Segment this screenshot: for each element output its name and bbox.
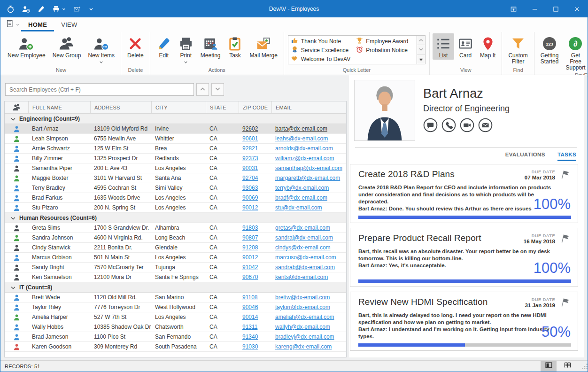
zip-link[interactable]: 90670 [242, 274, 258, 280]
email-link[interactable]: barta@dx-email.com [275, 125, 327, 132]
minimize-button[interactable] [524, 0, 545, 17]
zip-link[interactable]: 93063 [242, 185, 258, 191]
gallery-up-button[interactable] [417, 36, 425, 45]
zip-link[interactable]: 90031 [242, 165, 258, 171]
zip-link[interactable]: 91108 [242, 294, 257, 301]
video-button[interactable] [460, 118, 474, 134]
zip-link[interactable]: 91042 [242, 264, 258, 271]
panel-view-button[interactable] [541, 361, 557, 372]
table-row[interactable]: Terry Bradley4595 Cochran StSimi ValleyC… [5, 183, 346, 193]
group-row-human-resources-count-6-[interactable]: Human Resources (Count=6) [5, 213, 346, 223]
email-link[interactable]: marcuso@dx-email.com [275, 254, 336, 261]
zip-link[interactable]: 90012 [242, 254, 258, 261]
zip-link[interactable]: 90012 [242, 204, 258, 211]
get-free-support-button[interactable]: ∂Get Free Support [562, 33, 588, 72]
task-card[interactable]: Review New HDMI SpecificationDUE DATE31 … [350, 292, 578, 351]
chat-button[interactable] [423, 118, 438, 134]
table-row[interactable]: Arnie Schwartz125 W Elm StBreaCA92821arn… [5, 144, 346, 154]
email-link[interactable]: wallyh@dx-email.com [275, 324, 330, 330]
gallery-item-employee-award[interactable]: Employee Award [356, 37, 413, 46]
table-row[interactable]: Stu Pizaro200 N. Spring StLos AngelesCA9… [5, 203, 346, 213]
meeting-button[interactable]: Meeting [197, 33, 224, 60]
quick-print-icon[interactable] [52, 5, 66, 13]
new-group-button[interactable]: New Group [49, 33, 85, 60]
popup-button[interactable] [503, 0, 524, 17]
column-header-state[interactable]: STATE [206, 101, 239, 113]
gallery-item-service-excellence[interactable]: Service Excellence [291, 46, 355, 54]
email-link[interactable]: sandrab@dx-email.com [275, 264, 335, 271]
maximize-button[interactable] [545, 0, 566, 17]
email-link[interactable]: leahs@dx-email.com [275, 135, 328, 142]
tab-view[interactable]: VIEW [54, 17, 84, 31]
search-next-button[interactable] [211, 83, 224, 96]
email-link[interactable]: kents@dx-email.com [275, 274, 328, 280]
email-link[interactable]: samanthap@dx-email.com [275, 165, 342, 171]
table-row[interactable]: Cindy Stanwick2211 Bonita Dr.GlendaleCA9… [5, 243, 346, 253]
map-it-button[interactable]: Map It [477, 33, 499, 60]
gallery-down-button[interactable] [417, 45, 425, 54]
search-prev-button[interactable] [196, 83, 209, 96]
email-link[interactable]: cindys@dx-email.com [275, 244, 331, 251]
card-button[interactable]: Card [455, 33, 476, 60]
zip-link[interactable]: 90807 [242, 234, 258, 241]
task-card[interactable]: Prepare Product Recall ReportDUE DATE16 … [350, 228, 578, 287]
gallery-item-welcome-to-devav[interactable]: Welcome To DevAV [291, 54, 355, 63]
tab-tasks[interactable]: TASKS [557, 152, 576, 161]
getting-started-button[interactable]: 123Getting Started [537, 33, 562, 66]
zip-link[interactable]: 91208 [242, 244, 258, 251]
tab-evaluations[interactable]: EVALUATIONS [505, 152, 545, 161]
app-logo-icon[interactable] [6, 5, 15, 14]
table-row[interactable]: Wally Hobbs10385 Shadow Oak DrChatsworth… [5, 322, 346, 332]
edit-button[interactable]: Edit [153, 33, 175, 60]
table-row[interactable]: Karen Goodson309 Monterey RdSouth Pasade… [5, 342, 346, 352]
phone-button[interactable] [441, 118, 456, 134]
email-link[interactable]: bradf@dx-email.com [275, 194, 327, 201]
task-button[interactable]: Task [224, 33, 246, 60]
tab-home[interactable]: HOME [21, 17, 54, 31]
delete-button[interactable]: Delete [124, 33, 147, 60]
email-link[interactable]: stu@dx-email.com [275, 204, 322, 211]
table-row[interactable]: Brett Wade1120 Old Mill Rd.San MarinoCA9… [5, 293, 346, 302]
reading-view-button[interactable] [559, 361, 575, 372]
table-row[interactable]: Leah Simpson6755 Newlin AveWhittierCA906… [5, 134, 346, 144]
search-input[interactable] [5, 83, 194, 96]
gallery-dropdown-button[interactable] [417, 55, 425, 64]
column-header-city[interactable]: CITY [151, 101, 206, 113]
email-link[interactable]: brettw@dx-email.com [275, 294, 330, 301]
table-row[interactable]: Samantha Piper200 E Ave 43Los AngelesCA9… [5, 163, 346, 173]
zip-link[interactable]: 90069 [242, 194, 258, 201]
task-card[interactable]: Create 2018 R&D PlansDUE DATE07 Mar 2018… [350, 164, 578, 223]
zip-link[interactable]: 90601 [242, 135, 258, 142]
table-row[interactable]: Billy Zimmer1325 Prospect DrRedlandsCA92… [5, 154, 346, 163]
table-row[interactable]: Amelia Harper527 W 7th StLos AngelesCA90… [5, 312, 346, 322]
column-header-zip-code[interactable]: ZIP CODE [239, 101, 271, 113]
gallery-item-probation-notice[interactable]: Probation Notice [356, 46, 413, 54]
table-row[interactable]: Brad Farkus1635 Woods DriveLos AngelesCA… [5, 193, 346, 203]
app-menu-button[interactable] [4, 17, 21, 31]
quick-mail-merge-icon[interactable] [73, 5, 81, 13]
email-link[interactable]: taylorr@dx-email.com [275, 304, 330, 310]
email-link[interactable]: gretas@dx-email.com [275, 225, 330, 231]
table-row[interactable]: Greta Sims1700 S Grandview Dr.AlhambraCA… [5, 223, 346, 233]
email-link[interactable]: ameliah@dx-email.com [275, 314, 334, 320]
table-row[interactable]: Ken Samuelson12100 Mora DrSanta Fe Sprin… [5, 272, 346, 282]
zip-link[interactable]: 91340 [242, 333, 258, 340]
quick-edit-icon[interactable] [37, 5, 45, 13]
mail-merge-button[interactable]: Mail Merge [246, 33, 280, 60]
zip-link[interactable]: 90046 [242, 304, 258, 310]
table-row[interactable]: Maggie Boxter3101 W Harvard StSanta AnaC… [5, 173, 346, 183]
email-link[interactable]: williamz@dx-email.com [275, 155, 334, 162]
print-button[interactable]: Print [175, 33, 197, 64]
email-link[interactable]: arnolds@dx-email.com [275, 145, 333, 152]
list-button[interactable]: List [433, 33, 454, 60]
gallery-item-thank-you-note[interactable]: Thank You Note [291, 37, 355, 46]
email-link[interactable]: margaretb@dx-email.com [275, 175, 340, 181]
column-header-address[interactable]: ADDRESS [90, 101, 151, 113]
group-row-engineering-count-9-[interactable]: Engineering (Count=9) [5, 114, 346, 124]
table-row[interactable]: Bart Arnaz13109 Old Myford RdIrvineCA926… [5, 124, 346, 134]
email-link[interactable]: kareng@dx-email.com [275, 343, 332, 350]
table-row[interactable]: Marcus Orbison501 N Main StLos AngelesCA… [5, 253, 346, 263]
email-link[interactable]: sandraj@dx-email.com [275, 234, 333, 241]
group-row-it-count-8-[interactable]: IT (Count=8) [5, 282, 346, 293]
table-row[interactable]: Sandra Johnson4600 N Virginia Rd.Long Be… [5, 233, 346, 243]
